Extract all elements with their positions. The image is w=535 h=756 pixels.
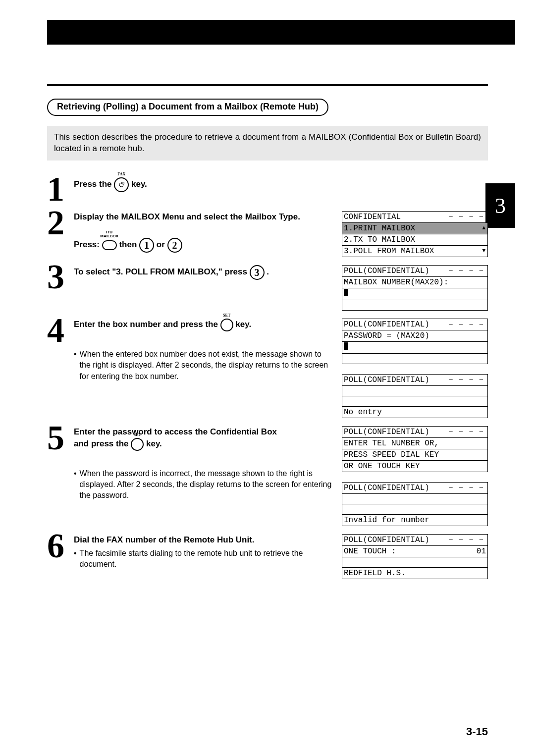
up-triangle-icon: ▲: [482, 225, 485, 232]
step-number: 2: [47, 209, 70, 257]
lcd-display: POLL(CONFIDENTIAL)— — — — No entry: [342, 374, 488, 418]
bullet-icon: •: [74, 548, 77, 570]
lcd-line: [342, 494, 487, 504]
step-number: 5: [47, 424, 70, 526]
step-number: 1: [47, 175, 70, 203]
step-text: Enter the box number and press the: [74, 320, 220, 329]
lcd-line: POLL(CONFIDENTIAL)— — — —: [342, 483, 487, 494]
lcd-line: CONFIDENTIAL— — — —: [342, 212, 487, 223]
step-5: 5 Enter the password to access the Confi…: [47, 424, 488, 526]
note-text: The facsimile starts dialing to the remo…: [80, 548, 333, 570]
lcd-line: POLL(CONFIDENTIAL)— — — —: [342, 427, 487, 438]
mailbox-label: MAILBOX: [100, 234, 118, 238]
fax-key-label: FAX: [117, 171, 125, 177]
set-key-icon: SET: [131, 438, 144, 451]
step-text: and press the: [74, 439, 131, 448]
lcd-display: POLL(CONFIDENTIAL)— — — — MAILBOX NUMBER…: [342, 265, 488, 311]
step-number: 3: [47, 263, 70, 311]
digit-1-key-icon: 1: [139, 238, 154, 253]
step-number: 6: [47, 532, 70, 579]
step-6: 6 Dial the FAX number of the Remote Hub …: [47, 532, 488, 579]
lcd-line: OR ONE TOUCH KEY: [342, 461, 487, 472]
step-heading-line1: Enter the password to access the Confide…: [74, 426, 333, 438]
lcd-line: [342, 300, 487, 311]
lcd-line: POLL(CONFIDENTIAL)— — — —: [342, 535, 487, 546]
step-1: 1 Press the FAX key.: [47, 175, 488, 203]
press-label: Press:: [74, 240, 102, 249]
digit-3-key-icon: 3: [250, 265, 265, 280]
itu-mailbox-key-icon: ITUMAILBOX: [102, 240, 117, 250]
lcd-line-cursor: [342, 342, 487, 354]
step-text: key.: [146, 439, 162, 448]
lcd-line: Invalid for number: [342, 515, 487, 526]
step-heading: Display the MAILBOX Menu and select the …: [74, 211, 333, 223]
lcd-line: [342, 396, 487, 407]
set-key-label: SET: [223, 313, 230, 318]
set-key-label: SET: [134, 432, 141, 437]
header-black-bar: [47, 20, 515, 45]
step-2: 2 Display the MAILBOX Menu and select th…: [47, 209, 488, 257]
lcd-display: POLL(CONFIDENTIAL)— — — — ENTER TEL NUMB…: [342, 426, 488, 472]
period: .: [267, 267, 269, 276]
lcd-line: MAILBOX NUMBER(MAX20):: [342, 277, 487, 288]
bullet-icon: •: [74, 468, 77, 501]
svg-rect-1: [122, 182, 124, 184]
down-triangle-icon: ▼: [482, 248, 485, 255]
lcd-line: POLL(CONFIDENTIAL)— — — —: [342, 375, 487, 386]
step-4: 4 Enter the box number and press the SET…: [47, 317, 488, 418]
lcd-line: [342, 354, 487, 364]
lcd-line: [342, 557, 487, 568]
step-text: key.: [235, 320, 251, 329]
step-3: 3 To select "3. POLL FROM MAILBOX," pres…: [47, 263, 488, 311]
lcd-line: PRESS SPEED DIAL KEY: [342, 449, 487, 461]
step-number: 4: [47, 317, 70, 418]
lcd-line: No entry: [342, 407, 487, 418]
manual-page: 3 Retrieving (Polling) a Document from a…: [0, 0, 535, 756]
lcd-line: 1.PRINT MAILBOX▲: [342, 223, 487, 234]
lcd-line: [342, 386, 487, 396]
set-key-icon: SET: [220, 319, 233, 331]
section-rule: [47, 84, 488, 86]
lcd-line: ONE TOUCH :01: [342, 546, 487, 557]
section-title-pill: Retrieving (Polling) a Document from a M…: [47, 99, 328, 116]
lcd-display: POLL(CONFIDENTIAL)— — — — Invalid for nu…: [342, 482, 488, 526]
lcd-line: 2.TX TO MAILBOX: [342, 234, 487, 246]
chapter-tab: 3: [485, 183, 515, 228]
lcd-line: [342, 504, 487, 515]
note-text: When the password is incorrect, the mess…: [80, 468, 333, 501]
lcd-line: PASSWORD = (MAX20): [342, 330, 487, 342]
lcd-line: 3.POLL FROM MAILBOX▼: [342, 246, 487, 257]
bullet-icon: •: [74, 349, 77, 382]
step-heading: Dial the FAX number of the Remote Hub Un…: [74, 534, 333, 546]
or-label: or: [157, 240, 167, 249]
lcd-display: POLL(CONFIDENTIAL)— — — — ONE TOUCH :01 …: [342, 534, 488, 579]
fax-key-icon: FAX: [114, 177, 129, 192]
step-text: Press the: [74, 179, 114, 189]
lcd-line: REDFIELD H.S.: [342, 568, 487, 579]
intro-paragraph: This section describes the procedure to …: [47, 126, 488, 161]
page-number: 3-15: [466, 725, 488, 738]
lcd-line: POLL(CONFIDENTIAL)— — — —: [342, 266, 487, 277]
digit-2-key-icon: 2: [167, 238, 182, 253]
lcd-display: POLL(CONFIDENTIAL)— — — — PASSWORD = (MA…: [342, 319, 488, 364]
lcd-display: CONFIDENTIAL— — — — 1.PRINT MAILBOX▲ 2.T…: [342, 211, 488, 257]
fax-icon: [117, 181, 125, 189]
lcd-line: ENTER TEL NUMBER OR,: [342, 438, 487, 449]
step-text: To select "3. POLL FROM MAILBOX," press: [74, 267, 250, 276]
lcd-line-cursor: [342, 288, 487, 300]
steps-container: 1 Press the FAX key. 2: [47, 175, 488, 579]
step-text: key.: [131, 179, 147, 189]
then-label: then: [119, 240, 139, 249]
note-text: When the entered box number does not exi…: [80, 349, 333, 382]
lcd-line: POLL(CONFIDENTIAL)— — — —: [342, 319, 487, 330]
